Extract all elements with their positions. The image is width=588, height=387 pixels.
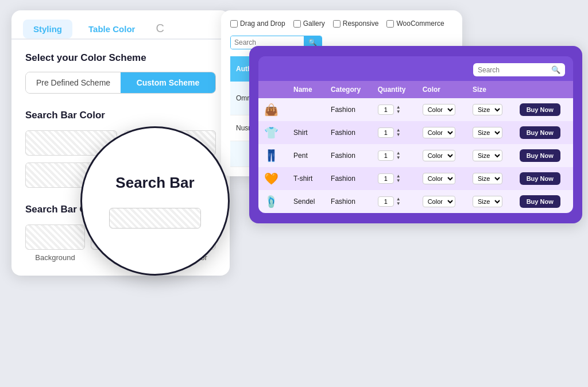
qty-down-arrow[interactable]: ▼ [396,110,401,114]
color-select[interactable]: Color [423,196,455,207]
color-select[interactable]: Color [423,104,455,115]
size-select[interactable]: Size [473,173,502,184]
qty-input[interactable] [378,196,394,207]
product-icon: 🧡 [264,172,278,185]
rp-cell-name: Pent [288,144,325,167]
scheme-buttons: Pre Defined Scheme Custom Scheme [25,72,216,94]
rp-cell-icon: 👖 [258,144,288,167]
right-panel-inner: 🔍 Name Category Quantity Color Size 👜Fas… [258,56,573,213]
product-icon: 🩴 [264,195,278,208]
color-select[interactable]: Color [423,150,455,161]
buy-now-button[interactable]: Buy Now [520,103,560,116]
tab-more: C [151,20,168,38]
checkbox-responsive[interactable]: Responsive [333,20,379,28]
rp-cell-quantity: ▲ ▼ [372,121,417,144]
qty-input[interactable] [378,173,394,184]
rp-cell-action: Buy Now [514,121,573,144]
checkbox-gallery[interactable]: Gallery [293,20,325,28]
rp-cell-quantity: ▲ ▼ [372,167,417,190]
qty-down-arrow[interactable]: ▼ [396,202,401,206]
product-icon: 👖 [264,149,278,162]
tab-styling[interactable]: Styling [23,20,72,38]
rp-cell-quantity: ▲ ▼ [372,144,417,167]
qty-arrows: ▲ ▼ [396,197,401,206]
rp-cell-category: Fashion [325,190,372,213]
gallery-checkbox[interactable] [293,20,301,28]
rp-search-input[interactable] [478,66,548,74]
color-select[interactable]: Color [423,173,455,184]
size-select[interactable]: Size [473,104,502,115]
right-panel: 🔍 Name Category Quantity Color Size 👜Fas… [249,46,582,223]
rp-search-icon: 🔍 [551,65,560,74]
size-select-control: Size [473,150,508,161]
rp-cell-action: Buy Now [514,190,573,213]
woocommerce-checkbox[interactable] [386,20,394,28]
rp-cell-name: Shirt [288,121,325,144]
color-select-control: Color [423,173,461,184]
size-select-control: Size [473,173,508,184]
color-box-bg[interactable] [25,225,85,250]
size-select-control: Size [473,104,508,115]
tabs-row: Styling Table Color C [11,10,230,40]
qty-down-arrow[interactable]: ▼ [396,179,401,183]
rp-cell-color: Color [417,121,467,144]
size-select[interactable]: Size [473,150,502,161]
tab-table-color[interactable]: Table Color [78,20,145,38]
rp-th-name: Name [288,81,325,98]
rp-cell-icon: 🧡 [258,167,288,190]
qty-control: ▲ ▼ [378,127,411,138]
rp-cell-name: Sendel [288,190,325,213]
circle-magnifier: Search Bar [80,126,230,276]
rp-th-size: Size [467,81,514,98]
rp-cell-icon: 👜 [258,98,288,121]
rp-cell-size: Size [467,190,514,213]
rp-cell-category: Fashion [325,167,372,190]
buy-now-button[interactable]: Buy Now [520,149,560,162]
rp-search-box[interactable]: 🔍 [473,63,565,76]
size-select[interactable]: Size [473,196,502,207]
color-select-control: Color [423,196,461,207]
rp-cell-color: Color [417,167,467,190]
qty-arrows: ▲ ▼ [396,128,401,137]
qty-down-arrow[interactable]: ▼ [396,133,401,137]
rp-cell-size: Size [467,98,514,121]
rp-cell-quantity: ▲ ▼ [372,98,417,121]
rp-cell-action: Buy Now [514,98,573,121]
buy-now-button[interactable]: Buy Now [520,172,560,185]
qty-control: ▲ ▼ [378,173,411,184]
custom-scheme-button[interactable]: Custom Scheme [121,72,215,93]
circle-content: Search Bar [82,128,228,274]
circle-search-input-preview [109,208,202,229]
drag-drop-checkbox[interactable] [230,20,238,28]
qty-input[interactable] [378,127,394,138]
responsive-checkbox[interactable] [333,20,341,28]
checkbox-drag-drop[interactable]: Drag and Drop [230,20,285,28]
predefined-scheme-button[interactable]: Pre Defined Scheme [26,72,121,93]
qty-down-arrow[interactable]: ▼ [396,156,401,160]
rp-table-row: 🧡T-shirtFashion ▲ ▼ Color Size Buy Now [258,167,573,190]
size-select-control: Size [473,196,508,207]
size-select[interactable]: Size [473,127,502,138]
qty-control: ▲ ▼ [378,105,411,115]
rp-cell-size: Size [467,121,514,144]
qty-arrows: ▲ ▼ [396,105,401,114]
rp-cell-category: Fashion [325,144,372,167]
rp-cell-color: Color [417,190,467,213]
rp-table-row: 👖PentFashion ▲ ▼ Color Size Buy Now [258,144,573,167]
buy-now-button[interactable]: Buy Now [520,126,560,139]
rp-cell-action: Buy Now [514,144,573,167]
rp-cell-category: Fashion [325,98,372,121]
rp-cell-name: T-shirt [288,167,325,190]
qty-input[interactable] [378,150,394,161]
rp-table-row: 👜Fashion ▲ ▼ Color Size Buy Now [258,98,573,121]
checkbox-woocommerce[interactable]: WooCommerce [386,20,444,28]
color-select[interactable]: Color [423,127,455,138]
qty-input[interactable] [378,105,394,115]
rp-cell-icon: 👕 [258,121,288,144]
rp-cell-color: Color [417,98,467,121]
buy-now-button[interactable]: Buy Now [520,195,560,208]
color-scheme-title: Select your Color Scheme [25,52,216,64]
rp-cell-action: Buy Now [514,167,573,190]
rp-th-action [514,81,573,98]
rp-th-img [258,81,288,98]
